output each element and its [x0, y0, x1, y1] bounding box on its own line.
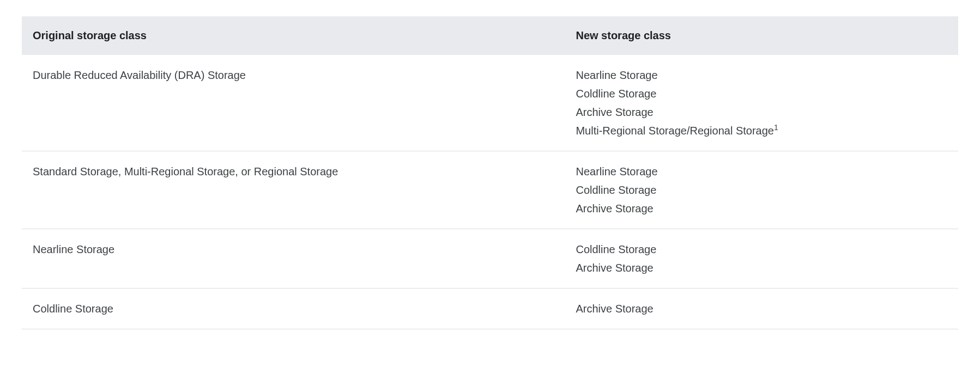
new-storage-item: Archive Storage — [576, 259, 947, 277]
table-header-row: Original storage class New storage class — [22, 16, 958, 55]
new-storage-item: Coldline Storage — [576, 240, 947, 259]
table-body: Durable Reduced Availability (DRA) Stora… — [22, 55, 958, 329]
header-original: Original storage class — [22, 16, 565, 55]
new-storage-text: Nearline Storage — [576, 69, 657, 81]
new-storage-item: Nearline Storage — [576, 66, 947, 84]
table-row: Coldline StorageArchive Storage — [22, 289, 958, 329]
original-storage-cell: Nearline Storage — [22, 229, 565, 289]
new-storage-cell: Coldline StorageArchive Storage — [565, 229, 958, 289]
new-storage-item: Multi-Regional Storage/Regional Storage1 — [576, 121, 947, 140]
original-storage-cell: Coldline Storage — [22, 289, 565, 329]
table-row: Durable Reduced Availability (DRA) Stora… — [22, 55, 958, 151]
new-storage-item: Coldline Storage — [576, 181, 947, 199]
new-storage-text: Archive Storage — [576, 303, 653, 315]
new-storage-item: Nearline Storage — [576, 162, 947, 181]
table-row: Nearline StorageColdline StorageArchive … — [22, 229, 958, 289]
new-storage-text: Nearline Storage — [576, 165, 657, 177]
new-storage-text: Coldline Storage — [576, 243, 656, 255]
new-storage-text: Archive Storage — [576, 262, 653, 274]
footnote-superscript: 1 — [774, 123, 778, 132]
new-storage-text: Multi-Regional Storage/Regional Storage — [576, 125, 774, 137]
new-storage-item: Archive Storage — [576, 199, 947, 218]
new-storage-text: Coldline Storage — [576, 184, 656, 196]
original-storage-cell: Durable Reduced Availability (DRA) Stora… — [22, 55, 565, 151]
new-storage-text: Archive Storage — [576, 203, 653, 214]
new-storage-cell: Archive Storage — [565, 289, 958, 329]
new-storage-text: Archive Storage — [576, 106, 653, 118]
new-storage-item: Archive Storage — [576, 299, 947, 318]
new-storage-cell: Nearline StorageColdline StorageArchive … — [565, 55, 958, 151]
new-storage-item: Coldline Storage — [576, 84, 947, 103]
new-storage-item: Archive Storage — [576, 103, 947, 121]
table-row: Standard Storage, Multi-Regional Storage… — [22, 151, 958, 229]
storage-class-table: Original storage class New storage class… — [22, 16, 958, 329]
header-new: New storage class — [565, 16, 958, 55]
new-storage-text: Coldline Storage — [576, 88, 656, 100]
original-storage-cell: Standard Storage, Multi-Regional Storage… — [22, 151, 565, 229]
new-storage-cell: Nearline StorageColdline StorageArchive … — [565, 151, 958, 229]
